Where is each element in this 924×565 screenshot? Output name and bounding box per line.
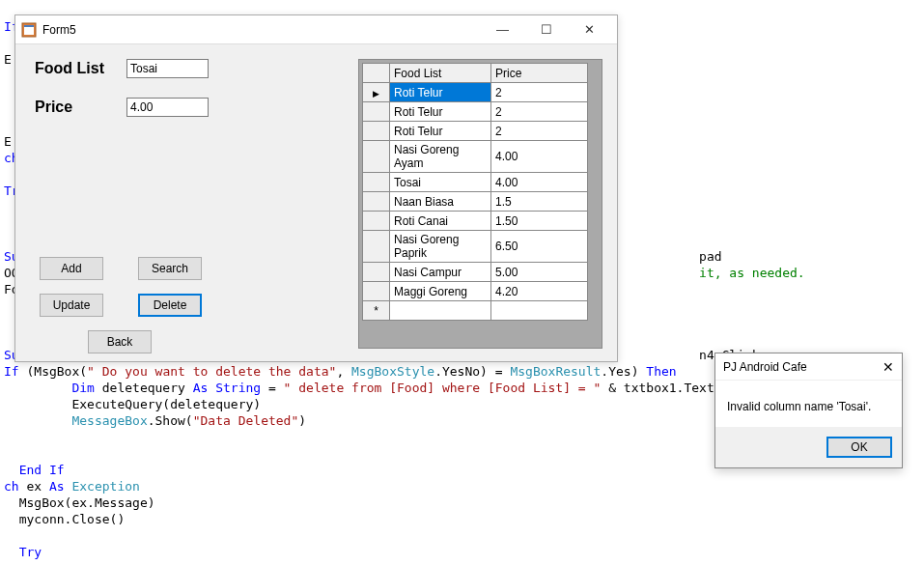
cell-food[interactable]: Tosai xyxy=(390,173,491,192)
form-icon xyxy=(21,22,37,38)
cell-price[interactable] xyxy=(491,301,588,321)
cell-food[interactable]: Naan Biasa xyxy=(390,192,491,212)
messagebox-text: Invalid column name 'Tosai'. xyxy=(715,381,902,427)
row-header[interactable] xyxy=(363,173,390,192)
grid-corner[interactable] xyxy=(363,64,390,83)
cell-food[interactable] xyxy=(390,301,491,321)
cell-food[interactable]: Roti Telur xyxy=(390,102,491,122)
error-messagebox: PJ Android Cafe ✕ Invalid column name 'T… xyxy=(714,353,903,468)
messagebox-title: PJ Android Cafe xyxy=(723,360,882,374)
cell-food[interactable]: Nasi Goreng Paprik xyxy=(390,231,491,263)
row-header[interactable] xyxy=(363,141,390,173)
row-header[interactable] xyxy=(363,263,390,282)
price-input[interactable] xyxy=(126,98,209,117)
svg-rect-2 xyxy=(24,25,34,27)
messagebox-titlebar[interactable]: PJ Android Cafe ✕ xyxy=(715,353,902,381)
price-label: Price xyxy=(35,99,126,116)
cell-price[interactable]: 2 xyxy=(491,102,588,122)
data-grid[interactable]: Food List Price Roti Telur2Roti Telur2Ro… xyxy=(358,59,602,349)
row-header[interactable] xyxy=(363,212,390,231)
row-header[interactable] xyxy=(363,192,390,212)
back-button[interactable]: Back xyxy=(88,330,152,353)
cell-food[interactable]: Roti Telur xyxy=(390,122,491,141)
delete-button[interactable]: Delete xyxy=(138,294,202,317)
cell-price[interactable]: 6.50 xyxy=(491,231,588,263)
form-inputs-area: Food List Price xyxy=(35,59,247,136)
row-header[interactable] xyxy=(363,102,390,122)
cell-food[interactable]: Nasi Campur xyxy=(390,263,491,282)
cell-food[interactable]: Nasi Goreng Ayam xyxy=(390,141,491,173)
cell-price[interactable]: 2 xyxy=(491,83,588,102)
row-header-new[interactable] xyxy=(363,301,390,321)
table-row[interactable]: Roti Canai1.50 xyxy=(363,212,588,231)
svg-rect-1 xyxy=(24,26,34,35)
food-list-input[interactable] xyxy=(126,59,209,78)
cell-food[interactable]: Maggi Goreng xyxy=(390,282,491,301)
cell-price[interactable]: 4.00 xyxy=(491,173,588,192)
table-row[interactable]: Nasi Goreng Paprik6.50 xyxy=(363,231,588,263)
cell-price[interactable]: 1.50 xyxy=(491,212,588,231)
table-row[interactable]: Roti Telur2 xyxy=(363,122,588,141)
table-row[interactable]: Tosai4.00 xyxy=(363,173,588,192)
cell-food[interactable]: Roti Canai xyxy=(390,212,491,231)
close-button[interactable]: ✕ xyxy=(568,16,611,43)
cell-price[interactable]: 2 xyxy=(491,122,588,141)
row-header[interactable] xyxy=(363,83,390,102)
table-row-new[interactable] xyxy=(363,301,588,321)
table-row[interactable]: Maggi Goreng4.20 xyxy=(363,282,588,301)
cell-food[interactable]: Roti Telur xyxy=(390,83,491,102)
table-row[interactable]: Nasi Goreng Ayam4.00 xyxy=(363,141,588,173)
cell-price[interactable]: 4.20 xyxy=(491,282,588,301)
window-title: Form5 xyxy=(42,23,481,37)
cell-price[interactable]: 5.00 xyxy=(491,263,588,282)
button-group: Add Search Update Delete Back xyxy=(40,257,202,367)
table-row[interactable]: Nasi Campur5.00 xyxy=(363,263,588,282)
table-row[interactable]: Roti Telur2 xyxy=(363,102,588,122)
messagebox-ok-button[interactable]: OK xyxy=(826,437,892,458)
form5-window: Form5 — ☐ ✕ Food List Price Add Search U… xyxy=(14,14,618,362)
table-row[interactable]: Roti Telur2 xyxy=(363,83,588,102)
add-button[interactable]: Add xyxy=(40,257,103,280)
search-button[interactable]: Search xyxy=(138,257,202,280)
titlebar[interactable]: Form5 — ☐ ✕ xyxy=(15,15,617,44)
grid-header-food[interactable]: Food List xyxy=(390,64,491,83)
minimize-button[interactable]: — xyxy=(481,16,524,43)
row-header[interactable] xyxy=(363,231,390,263)
row-header[interactable] xyxy=(363,122,390,141)
update-button[interactable]: Update xyxy=(40,294,103,317)
messagebox-close-icon[interactable]: ✕ xyxy=(882,359,894,375)
maximize-button[interactable]: ☐ xyxy=(524,16,568,43)
grid-header-price[interactable]: Price xyxy=(491,64,588,83)
cell-price[interactable]: 1.5 xyxy=(491,192,588,212)
row-header[interactable] xyxy=(363,282,390,301)
food-list-label: Food List xyxy=(35,60,126,77)
table-row[interactable]: Naan Biasa1.5 xyxy=(363,192,588,212)
cell-price[interactable]: 4.00 xyxy=(491,141,588,173)
